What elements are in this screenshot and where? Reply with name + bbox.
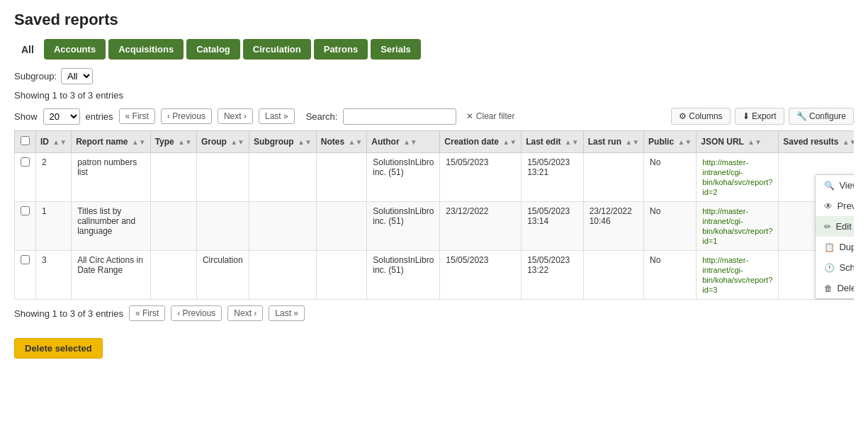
row1-subgroup bbox=[249, 153, 317, 202]
toolbar: Show 20 50 100 entries « First ‹ Previou… bbox=[14, 108, 854, 125]
row2-checkbox[interactable] bbox=[21, 206, 30, 215]
row3-json-url-link[interactable]: http://master-intranet/cgi-bin/koha/svc/… bbox=[702, 256, 772, 294]
row1-type bbox=[150, 153, 196, 202]
bottom-last-btn[interactable]: Last » bbox=[269, 305, 305, 321]
col-header-public[interactable]: Public ▲▼ bbox=[644, 131, 697, 153]
duplicate-icon: 📋 bbox=[824, 242, 835, 252]
delete-selected-button[interactable]: Delete selected bbox=[14, 338, 103, 359]
export-button[interactable]: ⬇ Export bbox=[735, 108, 784, 125]
showing-bottom: Showing 1 to 3 of 3 entries bbox=[14, 308, 123, 319]
context-menu-view[interactable]: 🔍 View bbox=[816, 175, 854, 196]
col-header-type[interactable]: Type ▲▼ bbox=[150, 131, 196, 153]
table-row: 3 All Circ Actions in Date Range Circula… bbox=[15, 251, 855, 300]
reports-table: ID ▲▼ Report name ▲▼ Type ▲▼ Group ▲▼ Su… bbox=[14, 130, 854, 300]
row3-id: 3 bbox=[36, 251, 72, 300]
row3-checkbox[interactable] bbox=[21, 255, 30, 264]
row1-group bbox=[196, 153, 249, 202]
col-header-last-edit[interactable]: Last edit ▲▼ bbox=[522, 131, 583, 153]
row3-last-run bbox=[583, 251, 643, 300]
configure-button[interactable]: 🔧 Configure bbox=[789, 108, 854, 125]
bottom-next-btn[interactable]: Next › bbox=[227, 305, 263, 321]
col-header-json-url[interactable]: JSON URL ▲▼ bbox=[697, 131, 779, 153]
row1-author: SolutionsInLibro inc. (51) bbox=[367, 153, 440, 202]
col-header-id[interactable]: ID ▲▼ bbox=[36, 131, 72, 153]
tab-serials[interactable]: Serials bbox=[371, 39, 421, 60]
entries-select[interactable]: 20 50 100 bbox=[43, 108, 80, 125]
row3-last-edit: 15/05/2023 13:22 bbox=[522, 251, 583, 300]
row1-id: 2 bbox=[36, 153, 72, 202]
context-menu-edit[interactable]: ✏ Edit ↖ bbox=[816, 216, 854, 237]
bottom-first-btn[interactable]: « First bbox=[129, 305, 165, 321]
row3-report-name: All Circ Actions in Date Range bbox=[72, 251, 150, 300]
row1-report-name: patron numbers list bbox=[72, 153, 150, 202]
context-menu-schedule-label: Schedule bbox=[839, 262, 854, 273]
tab-circulation[interactable]: Circulation bbox=[243, 39, 311, 60]
row2-checkbox-cell bbox=[15, 202, 36, 251]
columns-button[interactable]: ⚙ Columns bbox=[671, 108, 731, 125]
context-menu-delete-label: Delete bbox=[837, 283, 854, 293]
row1-last-edit: 15/05/2023 13:21 bbox=[522, 153, 583, 202]
search-label: Search: bbox=[306, 111, 338, 122]
col-header-creation-date[interactable]: Creation date ▲▼ bbox=[440, 131, 522, 153]
select-all-checkbox[interactable] bbox=[21, 136, 30, 145]
table-row: 1 Titles list by callnumber and language… bbox=[15, 202, 855, 251]
tab-catalog[interactable]: Catalog bbox=[186, 39, 240, 60]
preview-sql-icon: 👁 bbox=[824, 201, 833, 211]
subgroup-select[interactable]: All bbox=[61, 68, 93, 84]
last-btn[interactable]: Last » bbox=[259, 108, 295, 124]
context-menu-edit-label: Edit bbox=[835, 221, 851, 232]
tab-all[interactable]: All bbox=[14, 40, 41, 60]
col-header-group[interactable]: Group ▲▼ bbox=[196, 131, 249, 153]
prev-btn[interactable]: ‹ Previous bbox=[161, 108, 212, 124]
col-header-last-run[interactable]: Last run ▲▼ bbox=[583, 131, 643, 153]
first-btn[interactable]: « First bbox=[119, 108, 155, 124]
row2-author: SolutionsInLibro inc. (51) bbox=[367, 202, 440, 251]
row2-last-edit: 15/05/2023 13:14 bbox=[522, 202, 583, 251]
context-menu-preview-sql-label: Preview SQL bbox=[837, 201, 854, 211]
col-header-checkbox bbox=[15, 131, 36, 153]
context-menu-preview-sql[interactable]: 👁 Preview SQL bbox=[816, 196, 854, 216]
col-header-saved-results[interactable]: Saved results ▲▼ bbox=[779, 131, 854, 153]
bottom-prev-btn[interactable]: ‹ Previous bbox=[171, 305, 222, 321]
row2-notes bbox=[316, 202, 366, 251]
show-label: Show bbox=[14, 111, 38, 122]
row3-creation-date: 15/05/2023 bbox=[440, 251, 522, 300]
row3-type bbox=[150, 251, 196, 300]
table-row: 2 patron numbers list SolutionsInLibro i… bbox=[15, 153, 855, 202]
row1-json-url-link[interactable]: http://master-intranet/cgi-bin/koha/svc/… bbox=[702, 158, 772, 196]
toolbar-right: ⚙ Columns ⬇ Export 🔧 Configure bbox=[671, 108, 854, 125]
delete-icon: 🗑 bbox=[824, 283, 833, 293]
tab-acquisitions[interactable]: Acquisitions bbox=[108, 39, 184, 60]
col-header-author[interactable]: Author ▲▼ bbox=[367, 131, 440, 153]
subgroup-label: Subgroup: bbox=[14, 71, 57, 81]
context-menu-schedule[interactable]: 🕐 Schedule bbox=[816, 257, 854, 278]
context-menu-delete[interactable]: 🗑 Delete bbox=[816, 278, 854, 298]
row2-json-url-link[interactable]: http://master-intranet/cgi-bin/koha/svc/… bbox=[702, 207, 772, 245]
clear-filter-button[interactable]: ✕ Clear filter bbox=[462, 110, 519, 123]
context-menu: 🔍 View 👁 Preview SQL ✏ Edit ↖ bbox=[815, 174, 854, 299]
col-header-subgroup[interactable]: Subgroup ▲▼ bbox=[249, 131, 317, 153]
tab-patrons[interactable]: Patrons bbox=[314, 39, 368, 60]
tabs-bar: All Accounts Acquisitions Catalog Circul… bbox=[14, 39, 854, 60]
row2-id: 1 bbox=[36, 202, 72, 251]
row3-subgroup bbox=[249, 251, 317, 300]
row3-notes bbox=[316, 251, 366, 300]
context-menu-duplicate-label: Duplicate bbox=[839, 242, 854, 252]
row2-subgroup bbox=[249, 202, 317, 251]
row2-group bbox=[196, 202, 249, 251]
showing-top: Showing 1 to 3 of 3 entries bbox=[14, 90, 854, 101]
row2-json-url: http://master-intranet/cgi-bin/koha/svc/… bbox=[697, 202, 779, 251]
context-menu-duplicate[interactable]: 📋 Duplicate bbox=[816, 237, 854, 257]
row2-type bbox=[150, 202, 196, 251]
row2-last-run: 23/12/2022 10:46 bbox=[583, 202, 643, 251]
row1-checkbox[interactable] bbox=[21, 157, 30, 167]
row2-report-name: Titles list by callnumber and language bbox=[72, 202, 150, 251]
next-btn[interactable]: Next › bbox=[218, 108, 253, 124]
search-input[interactable] bbox=[343, 108, 456, 125]
col-header-report-name[interactable]: Report name ▲▼ bbox=[72, 131, 150, 153]
row1-json-url: http://master-intranet/cgi-bin/koha/svc/… bbox=[697, 153, 779, 202]
col-header-notes[interactable]: Notes ▲▼ bbox=[316, 131, 366, 153]
row1-last-run bbox=[583, 153, 643, 202]
tab-accounts[interactable]: Accounts bbox=[44, 39, 106, 60]
row2-creation-date: 23/12/2022 bbox=[440, 202, 522, 251]
